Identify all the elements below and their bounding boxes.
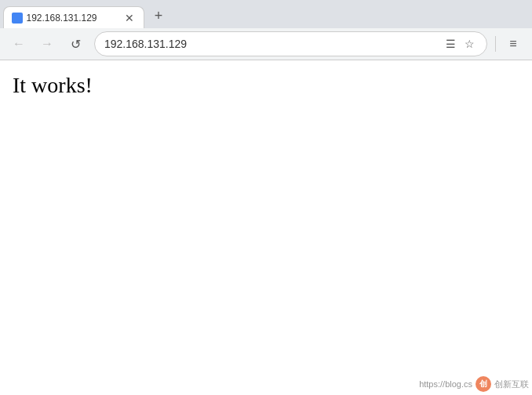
active-tab[interactable]: 192.168.131.129 ✕ — [3, 6, 144, 28]
new-tab-button[interactable]: + — [148, 5, 169, 27]
address-bar-wrapper[interactable]: ☰ ☆ — [94, 31, 487, 56]
back-button[interactable]: ← — [6, 31, 31, 56]
address-input[interactable] — [104, 38, 443, 50]
watermark: https://blog.cs 创 创新互联 — [419, 376, 529, 392]
browser-chrome: 192.168.131.129 ✕ + ← → ↺ ☰ ☆ — [0, 0, 532, 60]
page-content: It works! — [0, 60, 532, 395]
menu-icon: ≡ — [509, 37, 516, 51]
forward-button[interactable]: → — [35, 31, 60, 56]
tab-title: 192.168.131.129 — [26, 13, 118, 24]
back-icon: ← — [13, 37, 25, 51]
watermark-brand: 创新互联 — [494, 379, 529, 390]
address-bar-icons: ☰ ☆ — [443, 36, 477, 52]
reload-button[interactable]: ↺ — [63, 31, 88, 56]
tab-bar: 192.168.131.129 ✕ + — [0, 0, 532, 28]
tab-close-button[interactable]: ✕ — [123, 12, 136, 24]
watermark-logo: 创 — [476, 376, 491, 392]
page-main-text: It works! — [13, 73, 519, 98]
bookmark-icon[interactable]: ☆ — [461, 36, 477, 52]
favicon — [12, 13, 23, 24]
watermark-url: https://blog.cs — [419, 379, 472, 389]
reader-mode-icon[interactable]: ☰ — [443, 36, 458, 52]
forward-icon: → — [41, 37, 53, 51]
toolbar: ← → ↺ ☰ ☆ ≡ — [0, 28, 532, 60]
menu-button[interactable]: ≡ — [501, 31, 526, 56]
toolbar-divider — [495, 36, 496, 52]
reload-icon: ↺ — [71, 37, 81, 52]
